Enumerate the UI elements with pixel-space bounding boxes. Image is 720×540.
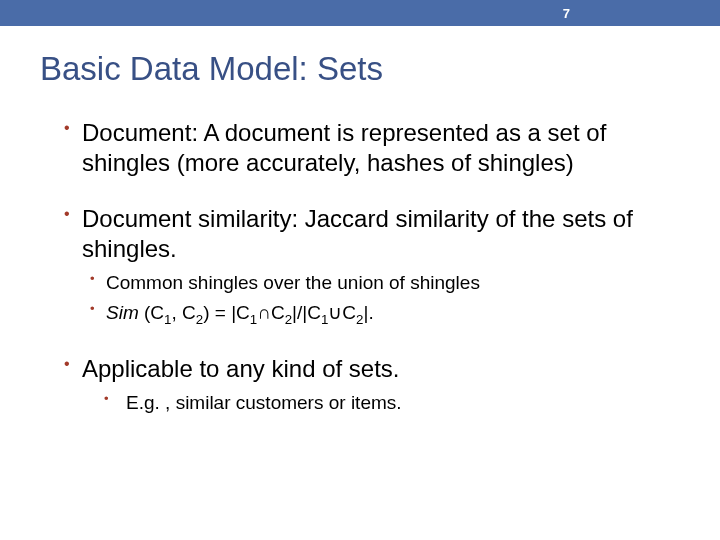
formula-sim-label: Sim bbox=[106, 302, 139, 323]
formula-c1-a: C bbox=[150, 302, 164, 323]
sub-bullet-example-text: E.g. , similar customers or items. bbox=[126, 392, 402, 413]
bullet-similarity-text: Document similarity: Jaccard similarity … bbox=[82, 205, 633, 262]
formula-sub2-b: 2 bbox=[285, 311, 292, 326]
formula-c1-b: C bbox=[236, 302, 250, 323]
bullet-applicable-text: Applicable to any kind of sets. bbox=[82, 355, 400, 382]
sub-bullet-common: Common shingles over the union of shingl… bbox=[90, 270, 700, 296]
header-bar: 7 bbox=[0, 0, 720, 26]
formula-c1-c: C bbox=[307, 302, 321, 323]
formula-end: |. bbox=[363, 302, 373, 323]
bullet-applicable: Applicable to any kind of sets. E.g. , s… bbox=[64, 354, 700, 416]
slide-title: Basic Data Model: Sets bbox=[40, 50, 720, 88]
sub-bullet-common-text: Common shingles over the union of shingl… bbox=[106, 272, 480, 293]
formula-cap: ∩ bbox=[257, 302, 271, 323]
bullet-document-text: Document: A document is represented as a… bbox=[82, 119, 606, 176]
slide-content: Document: A document is represented as a… bbox=[64, 118, 700, 416]
slide: 7 Basic Data Model: Sets Document: A doc… bbox=[0, 0, 720, 540]
page-number: 7 bbox=[563, 6, 570, 21]
formula-c2-a: C bbox=[182, 302, 196, 323]
formula-mid: |/| bbox=[292, 302, 307, 323]
formula-eq: ) = | bbox=[203, 302, 236, 323]
formula-c2-c: C bbox=[342, 302, 356, 323]
sub-bullet-formula: Sim (C1, C2) = |C1∩C2|/|C1∪C2|. bbox=[90, 300, 700, 329]
formula-cup: ∪ bbox=[328, 302, 342, 323]
formula-comma: , bbox=[171, 302, 182, 323]
sub-bullet-example: E.g. , similar customers or items. bbox=[104, 390, 700, 416]
formula-c2-b: C bbox=[271, 302, 285, 323]
bullet-document: Document: A document is represented as a… bbox=[64, 118, 700, 178]
bullet-similarity: Document similarity: Jaccard similarity … bbox=[64, 204, 700, 328]
